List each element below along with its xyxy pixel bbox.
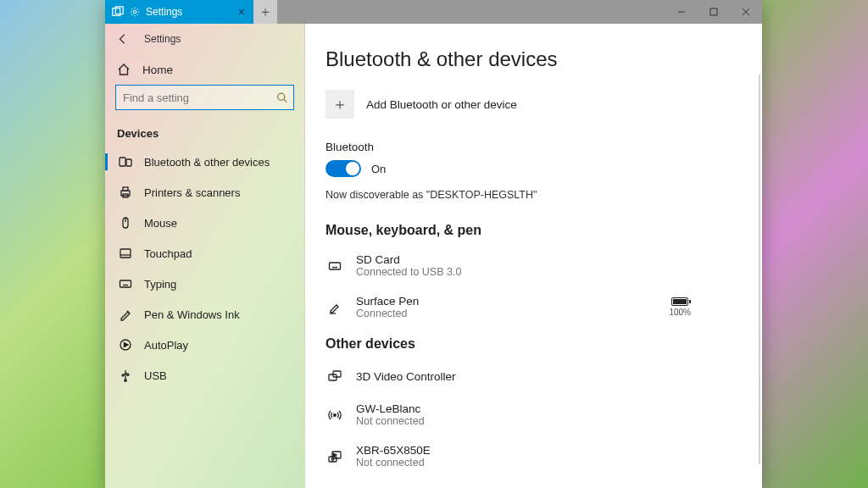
search-icon [276, 92, 287, 103]
device-row[interactable]: GW-LeBlancNot connected [326, 397, 742, 439]
svg-point-42 [331, 458, 334, 460]
device-text: SD CardConnected to USB 3.0 [356, 253, 461, 278]
sidebar-item-label: AutoPlay [144, 339, 188, 352]
plus-icon: ＋ [326, 90, 354, 119]
bluetooth-toggle[interactable] [326, 160, 361, 177]
sidebar-item-label: Typing [144, 278, 176, 291]
mouse-icon [119, 216, 132, 230]
battery-indicator: 100% [669, 297, 691, 317]
monitor-icon [326, 367, 344, 385]
device-name: Surface Pen [356, 295, 419, 308]
gear-icon [129, 6, 141, 18]
device-row[interactable]: XBR-65X850ENot connected [326, 480, 742, 488]
sidebar-item-mouse[interactable]: Mouse [105, 208, 304, 238]
desktop-wallpaper: Settings × ＋ [0, 0, 868, 488]
sidebar-item-home[interactable]: Home [105, 54, 304, 85]
device-text: 3D Video Controller [356, 370, 456, 383]
close-button[interactable] [730, 0, 762, 24]
sidebar-item-label: Pen & Windows Ink [144, 308, 240, 321]
sidebar-nav: Bluetooth & other devicesPrinters & scan… [105, 147, 304, 391]
sidebar-item-pen-windows-ink[interactable]: Pen & Windows Ink [105, 299, 304, 330]
svg-rect-9 [120, 158, 125, 166]
device-status: Not connected [356, 415, 425, 427]
sidebar-header: Settings [105, 24, 304, 54]
pen-icon [119, 308, 132, 321]
scrollbar[interactable] [759, 75, 760, 464]
window-controls [665, 0, 762, 24]
titlebar: Settings × ＋ [105, 0, 762, 24]
device-name: SD Card [356, 253, 461, 266]
svg-point-2 [133, 10, 136, 13]
device-status: Connected [356, 308, 419, 319]
printer-icon [119, 186, 132, 199]
autoplay-icon [119, 338, 132, 352]
main-panel: Bluetooth & other devices ＋ Add Bluetoot… [305, 24, 762, 488]
device-status: Connected to USB 3.0 [356, 266, 461, 278]
sidebar-home-label: Home [142, 64, 173, 76]
touchpad-icon [119, 247, 132, 260]
tab-title: Settings [146, 6, 182, 18]
sidebar-item-autoplay[interactable]: AutoPlay [105, 330, 304, 360]
back-button[interactable] [117, 33, 129, 45]
bluetooth-label: Bluetooth [326, 141, 742, 153]
sidebar-item-printers-scanners[interactable]: Printers & scanners [105, 177, 304, 208]
sidebar: Settings Home Devices [105, 24, 305, 488]
sidebar-item-label: Bluetooth & other devices [144, 156, 270, 169]
battery-icon [671, 297, 688, 306]
svg-point-7 [278, 93, 285, 100]
wireless-icon [326, 406, 344, 424]
tab-close-icon[interactable]: × [238, 6, 245, 18]
sidebar-section-label: Devices [105, 119, 304, 147]
sidebar-item-label: Touchpad [144, 247, 192, 260]
sidebar-item-label: USB [144, 369, 167, 382]
keyboard-icon [326, 257, 344, 275]
battery-percent: 100% [669, 308, 691, 317]
device-row[interactable]: SD CardConnected to USB 3.0 [326, 248, 742, 290]
svg-rect-29 [127, 374, 129, 375]
bluetooth-state: On [371, 163, 386, 175]
bluetooth-devices-icon [119, 155, 132, 169]
device-row[interactable]: XBR-65X850ENot connected [326, 439, 742, 480]
svg-point-27 [125, 380, 126, 381]
sidebar-item-label: Printers & scanners [144, 186, 240, 199]
cast-icon [326, 447, 344, 466]
svg-point-39 [334, 413, 337, 416]
new-tab-button[interactable]: ＋ [253, 0, 277, 24]
device-name: XBR-65X850E [356, 444, 431, 457]
device-status: Not connected [356, 457, 431, 469]
header-title: Settings [144, 33, 181, 45]
search-input[interactable] [115, 85, 294, 110]
svg-rect-4 [710, 8, 717, 15]
device-text: XBR-65X850ENot connected [356, 444, 431, 469]
page-title: Bluetooth & other devices [326, 47, 742, 71]
svg-rect-16 [120, 249, 131, 258]
tab-sets-icon [112, 6, 124, 18]
svg-rect-18 [120, 280, 131, 287]
group-title: Other devices [326, 336, 742, 352]
svg-line-8 [284, 99, 287, 102]
sidebar-item-touchpad[interactable]: Touchpad [105, 238, 304, 269]
usb-icon [119, 369, 132, 382]
sidebar-item-typing[interactable]: Typing [105, 269, 304, 299]
keyboard-icon [119, 277, 132, 291]
device-name: GW-LeBlanc [356, 402, 425, 415]
minimize-button[interactable] [665, 0, 698, 24]
add-device-row[interactable]: ＋ Add Bluetooth or other device [326, 90, 742, 119]
device-name: 3D Video Controller [356, 370, 456, 383]
discoverable-text: Now discoverable as "DESKTOP-HEGSLTH" [326, 189, 742, 201]
home-icon [117, 63, 131, 76]
device-text: GW-LeBlancNot connected [356, 402, 425, 427]
add-device-label: Add Bluetooth or other device [366, 98, 517, 111]
maximize-button[interactable] [698, 0, 730, 24]
sidebar-item-usb[interactable]: USB [105, 360, 304, 391]
device-row[interactable]: 3D Video Controller [326, 362, 742, 397]
device-row[interactable]: Surface PenConnected100% [326, 290, 742, 331]
svg-rect-12 [123, 187, 128, 191]
sidebar-item-label: Mouse [144, 217, 177, 230]
sidebar-item-bluetooth-other-devices[interactable]: Bluetooth & other devices [105, 147, 304, 177]
group-title: Mouse, keyboard, & pen [326, 223, 742, 238]
device-text: Surface PenConnected [356, 295, 419, 319]
active-tab[interactable]: Settings × [105, 0, 253, 24]
settings-window: Settings × ＋ [105, 0, 762, 488]
svg-rect-10 [126, 159, 131, 166]
